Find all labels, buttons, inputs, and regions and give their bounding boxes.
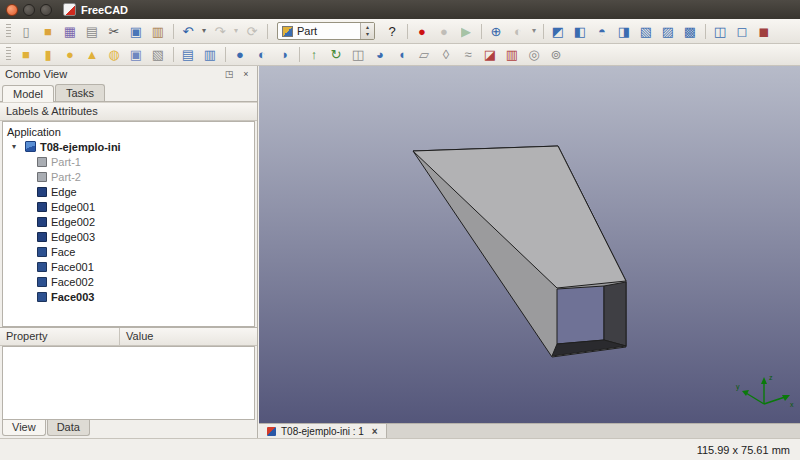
open-folder-icon[interactable]: ■	[37, 21, 59, 41]
macro-record-icon[interactable]: ●	[411, 21, 433, 41]
paste-icon[interactable]: ▥	[147, 21, 169, 41]
tree-item-edge002[interactable]: Edge002	[3, 214, 254, 229]
tab-tasks[interactable]: Tasks	[55, 84, 105, 101]
shape-hole-opening	[557, 286, 604, 344]
whats-this-icon[interactable]: ?	[381, 21, 403, 41]
window-minimize-button[interactable]	[23, 4, 35, 16]
section-icon[interactable]: ◪	[479, 45, 501, 65]
view-axonometric-icon[interactable]: ◩	[547, 21, 569, 41]
property-column-header[interactable]: Property	[0, 328, 120, 345]
tree-root-application[interactable]: Application	[3, 124, 254, 139]
3d-viewport[interactable]: z x y	[259, 66, 800, 423]
tree-item-label: Face	[51, 246, 75, 258]
mirror-icon[interactable]: ◫	[347, 45, 369, 65]
cross-sections-icon[interactable]: ▥	[501, 45, 523, 65]
shape-icon	[37, 247, 47, 257]
boolean-cut-icon[interactable]: ◐	[251, 45, 273, 65]
tree-item-edge003[interactable]: Edge003	[3, 229, 254, 244]
window-close-button[interactable]	[6, 4, 18, 16]
refresh-icon[interactable]: ⟳	[241, 21, 263, 41]
redo-dropdown-icon[interactable]: ▾	[231, 21, 241, 41]
dock-close-icon[interactable]: ×	[240, 69, 252, 79]
dock-float-icon[interactable]: ◳	[223, 69, 235, 79]
tree-item-label: Face001	[51, 261, 94, 273]
combo-view-tabs: Model Tasks	[0, 82, 257, 102]
shape-icon	[37, 202, 47, 212]
save-icon[interactable]: ▦	[59, 21, 81, 41]
boolean-intersection-icon[interactable]: ◑	[273, 45, 295, 65]
undo-icon[interactable]: ↶	[177, 21, 199, 41]
measure-clear-icon[interactable]: ◼	[753, 21, 775, 41]
macro-play-icon[interactable]: ▶	[455, 21, 477, 41]
tab-view[interactable]: View	[2, 420, 46, 436]
copy-icon[interactable]: ▣	[125, 21, 147, 41]
tree-item-face[interactable]: Face	[3, 244, 254, 259]
tree-item-edge[interactable]: Edge	[3, 184, 254, 199]
toolbar-separator	[221, 45, 229, 65]
spin-up-icon[interactable]: ▴	[366, 24, 369, 31]
part-cone-icon[interactable]: ▲	[81, 45, 103, 65]
toolbar-separator	[169, 45, 177, 65]
view-bottom-icon[interactable]: ▨	[657, 21, 679, 41]
tab-data[interactable]: Data	[47, 420, 90, 436]
tree-children: Part-1 Part-2 Edge Edge001	[3, 154, 254, 304]
zoom-fit-icon[interactable]: ⊕	[485, 21, 507, 41]
view-front-icon[interactable]: ◧	[569, 21, 591, 41]
chamfer-icon[interactable]: ◖	[391, 45, 413, 65]
part-export-icon[interactable]: ▥	[199, 45, 221, 65]
value-column-header[interactable]: Value	[120, 328, 257, 345]
fillet-icon[interactable]: ◕	[369, 45, 391, 65]
document-view-tab[interactable]: T08-ejemplo-ini : 1 ×	[259, 424, 387, 438]
tab-model[interactable]: Model	[2, 85, 54, 102]
model-tree: Application ▾ T08-ejemplo-ini Part-1 Pa	[2, 121, 255, 327]
workbench-spinner[interactable]: ▴ ▾	[360, 23, 374, 39]
part-primitives-icon[interactable]: ▣	[125, 45, 147, 65]
measure-angular-icon[interactable]: ◻	[731, 21, 753, 41]
toolbar-separator	[539, 21, 547, 41]
tree-item-face003[interactable]: Face003	[3, 289, 254, 304]
sweep-icon[interactable]: ≈	[457, 45, 479, 65]
tree-item-face001[interactable]: Face001	[3, 259, 254, 274]
cut-icon[interactable]: ✂	[103, 21, 125, 41]
draw-style-dropdown-icon[interactable]: ▾	[529, 21, 539, 41]
view-top-icon[interactable]: ◓	[591, 21, 613, 41]
window-maximize-button[interactable]	[40, 4, 52, 16]
thickness-icon[interactable]: ⊚	[545, 45, 567, 65]
toolbar-handle[interactable]	[6, 47, 11, 62]
tree-item-label: Part-1	[51, 156, 81, 168]
offset-icon[interactable]: ◎	[523, 45, 545, 65]
tab-close-icon[interactable]: ×	[372, 426, 378, 437]
new-document-icon[interactable]: ▯	[15, 21, 37, 41]
part-cylinder-icon[interactable]: ▮	[37, 45, 59, 65]
view-left-icon[interactable]: ▩	[679, 21, 701, 41]
part-box-icon[interactable]: ■	[15, 45, 37, 65]
macro-stop-icon[interactable]: ●	[433, 21, 455, 41]
measure-linear-icon[interactable]: ◫	[709, 21, 731, 41]
extrude-icon[interactable]: ↑	[303, 45, 325, 65]
revolve-icon[interactable]: ↻	[325, 45, 347, 65]
expander-icon[interactable]: ▾	[12, 142, 21, 151]
part-import-icon[interactable]: ▤	[177, 45, 199, 65]
part-sphere-icon[interactable]: ●	[59, 45, 81, 65]
tree-item-part-2[interactable]: Part-2	[3, 169, 254, 184]
spin-down-icon[interactable]: ▾	[366, 31, 369, 38]
tree-item-part-1[interactable]: Part-1	[3, 154, 254, 169]
view-right-icon[interactable]: ◨	[613, 21, 635, 41]
view-macro-icon-group: ? ● ● ▶	[381, 21, 775, 41]
tree-item-edge001[interactable]: Edge001	[3, 199, 254, 214]
redo-icon[interactable]: ↷	[209, 21, 231, 41]
view-rear-icon[interactable]: ▧	[635, 21, 657, 41]
tree-item-face002[interactable]: Face002	[3, 274, 254, 289]
undo-dropdown-icon[interactable]: ▾	[199, 21, 209, 41]
draw-style-icon[interactable]: ◐	[507, 21, 529, 41]
tree-item-document[interactable]: ▾ T08-ejemplo-ini	[3, 139, 254, 154]
part-torus-icon[interactable]: ◍	[103, 45, 125, 65]
print-icon[interactable]: ▤	[81, 21, 103, 41]
ruled-surface-icon[interactable]: ▱	[413, 45, 435, 65]
loft-icon[interactable]: ◊	[435, 45, 457, 65]
axis-label-x: x	[790, 401, 794, 408]
toolbar-handle[interactable]	[6, 24, 11, 39]
boolean-union-icon[interactable]: ●	[229, 45, 251, 65]
workbench-selector[interactable]: Part ▴ ▾	[277, 22, 375, 40]
part-shapebuilder-icon[interactable]: ▧	[147, 45, 169, 65]
